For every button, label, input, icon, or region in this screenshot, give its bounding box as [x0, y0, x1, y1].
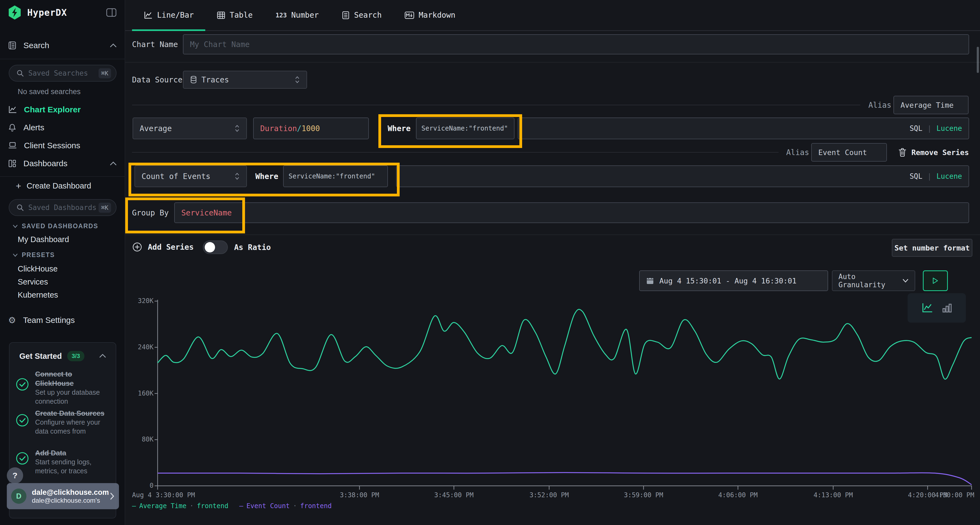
line-chart-type-icon[interactable]: [921, 302, 934, 314]
y-axis-tick-label: 240K: [129, 343, 154, 351]
aggregation-value-1: Average: [140, 124, 172, 133]
chart-name-label: Chart Name: [132, 34, 178, 54]
sidebar-item-alerts[interactable]: Alerts: [8, 123, 45, 132]
saved-searches-placeholder: Saved Searches: [28, 69, 99, 77]
legend-dash: —: [132, 502, 136, 510]
legend-item[interactable]: — Average Time · frontend: [132, 502, 228, 510]
y-axis-tick-label: 160K: [129, 390, 154, 397]
team-settings-label: Team Settings: [23, 316, 75, 325]
legend-dash: —: [239, 502, 243, 510]
section-divider: [125, 62, 980, 63]
run-query-button[interactable]: [923, 270, 948, 291]
client-sessions-label: Client Sessions: [24, 141, 80, 150]
tab-markdown[interactable]: Markdown: [393, 0, 467, 30]
lucene-toggle-2[interactable]: Lucene: [937, 172, 962, 180]
line-bar-icon: [143, 11, 153, 20]
chart-name-placeholder: My Chart Name: [190, 40, 250, 49]
legend-series-name: Event Count: [247, 502, 290, 510]
sql-toggle-2[interactable]: SQL: [910, 172, 922, 180]
chevron-down-icon: [13, 253, 18, 257]
sidebar-item-dashboards[interactable]: Dashboards: [8, 159, 117, 168]
section-presets[interactable]: PRESETS: [13, 251, 55, 259]
task-subtitle: Configure where your data comes from: [35, 418, 107, 436]
help-button[interactable]: ?: [7, 467, 23, 484]
as-ratio-toggle[interactable]: [203, 241, 228, 254]
laptop-icon: [8, 141, 17, 150]
chart-name-input[interactable]: My Chart Name: [183, 34, 969, 54]
data-source-select[interactable]: Traces: [183, 71, 307, 89]
aggregation-select-2[interactable]: Count of Events: [134, 165, 247, 187]
tab-table-label: Table: [230, 11, 253, 20]
set-number-format-button[interactable]: Set number format: [892, 239, 972, 257]
sidebar-item-team-settings[interactable]: ⚙ Team Settings: [8, 316, 75, 325]
bar-chart-type-icon[interactable]: [942, 303, 953, 313]
select-updown-icon: [234, 124, 240, 132]
tab-table[interactable]: Table: [205, 0, 264, 30]
sidebar-item-my-dashboard[interactable]: My Dashboard: [18, 235, 69, 244]
task-title: Add Data: [35, 448, 107, 458]
brand-row: HyperDX: [8, 5, 67, 20]
x-axis-tick-label: 3:52:00 PM: [508, 491, 590, 499]
select-updown-icon: [234, 172, 240, 180]
sidebar-collapse-icon[interactable]: [106, 8, 116, 17]
dashboards-label: Dashboards: [24, 159, 102, 168]
x-axis-tick-label: 3:38:00 PM: [319, 491, 401, 499]
task-title: Connect to ClickHouse: [35, 370, 107, 388]
y-axis-tick-label: 80K: [129, 436, 154, 443]
chevron-down-icon: [13, 224, 18, 228]
search-icon: [16, 204, 24, 211]
saved-searches-input[interactable]: Saved Searches ⌘K: [9, 65, 116, 82]
user-account-chip[interactable]: D dale@clickhouse.com dale@clickhouse.co…: [7, 483, 119, 509]
section-divider: [125, 235, 980, 235]
group-by-input[interactable]: ServiceName: [174, 202, 969, 223]
saved-dashboards-input[interactable]: Saved Dashboards ⌘K: [9, 199, 116, 216]
query-language-box-2: SQL | Lucene: [396, 165, 969, 187]
granularity-select[interactable]: Auto Granularity: [832, 270, 915, 291]
no-saved-searches-text: No saved searches: [18, 87, 81, 96]
y-axis-tick-label: 0: [129, 482, 154, 489]
create-dashboard-button[interactable]: + Create Dashboard: [16, 181, 91, 191]
alias-input-2[interactable]: Event Count: [811, 143, 887, 162]
legend-series-group: frontend: [300, 502, 332, 510]
tab-line-bar[interactable]: Line/Bar: [132, 0, 205, 30]
where-input-1[interactable]: ServiceName:"frontend": [416, 117, 514, 139]
plus-icon: +: [16, 181, 21, 191]
task-row[interactable]: Create Data Sources Configure where your…: [16, 409, 107, 436]
toggle-divider: |: [927, 124, 932, 132]
tab-markdown-label: Markdown: [419, 11, 455, 20]
lucene-toggle-1[interactable]: Lucene: [937, 124, 962, 132]
chevron-up-icon[interactable]: [99, 353, 107, 358]
expression-value: 1000: [302, 124, 320, 133]
sidebar-item-client-sessions[interactable]: Client Sessions: [8, 141, 80, 150]
alias-divider-line: [132, 152, 778, 152]
date-range-input[interactable]: Aug 4 15:30:01 - Aug 4 16:30:01: [639, 270, 828, 291]
chevron-right-icon: [110, 492, 115, 500]
expression-input-1[interactable]: Duration/1000: [253, 117, 369, 139]
chart-plot[interactable]: [158, 299, 972, 486]
task-row[interactable]: Connect to ClickHouse Set up your databa…: [16, 370, 107, 406]
where-input-2[interactable]: ServiceName:"frontend": [283, 165, 388, 187]
scrollbar-thumb[interactable]: [977, 47, 979, 73]
remove-series-button[interactable]: Remove Series: [898, 143, 969, 162]
task-row[interactable]: Add Data Start sending logs, metrics, or…: [16, 448, 107, 476]
sidebar-item-chart-explorer[interactable]: Chart Explorer: [8, 105, 81, 114]
section-saved-dashboards[interactable]: SAVED DASHBOARDS: [13, 222, 98, 230]
sidebar-section-search[interactable]: Search: [8, 41, 117, 50]
search-icon: [16, 69, 24, 77]
add-series-button[interactable]: Add Series: [132, 241, 194, 254]
sidebar-item-kubernetes[interactable]: Kubernetes: [18, 290, 58, 300]
legend-item[interactable]: — Event Count · frontend: [239, 502, 332, 510]
alias-input-1[interactable]: Average Time: [893, 96, 969, 114]
task-subtitle: Start sending logs, metrics, or traces: [35, 458, 107, 476]
chevron-up-icon: [110, 161, 117, 166]
group-by-label: Group By: [132, 202, 169, 223]
get-started-header[interactable]: Get Started 3/3: [19, 351, 84, 361]
alerts-label: Alerts: [24, 123, 45, 132]
sidebar-item-services[interactable]: Services: [18, 278, 48, 286]
chevron-up-icon: [110, 43, 117, 48]
sql-toggle-1[interactable]: SQL: [910, 124, 922, 132]
sidebar-item-clickhouse[interactable]: ClickHouse: [18, 265, 58, 273]
tab-search[interactable]: Search: [330, 0, 393, 30]
tab-number[interactable]: 123 Number: [264, 0, 330, 30]
aggregation-select-1[interactable]: Average: [132, 117, 247, 139]
